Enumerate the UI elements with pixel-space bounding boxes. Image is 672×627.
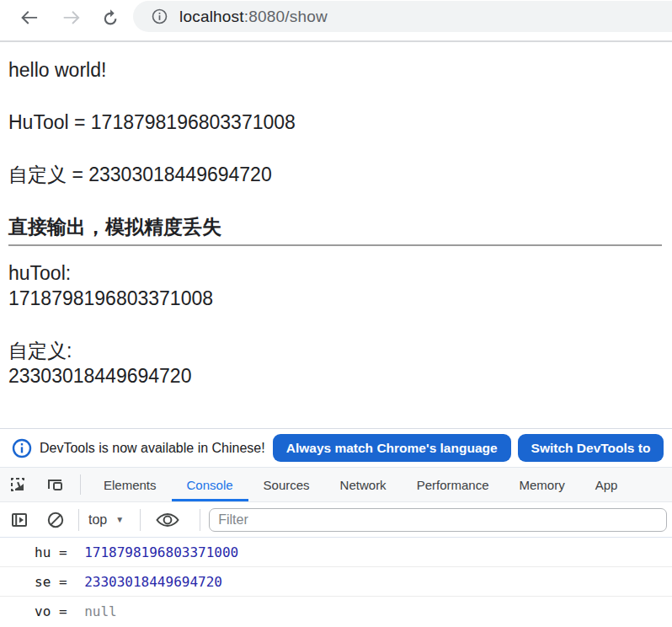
hutool-block-label: huTool: [8,262,71,284]
device-toolbar-icon[interactable] [45,474,65,495]
console-row[interactable]: vo = null [0,597,672,626]
address-bar[interactable]: localhost:8080/show [133,1,672,32]
console-filter-input[interactable] [209,508,667,532]
url-path: :8080/show [244,8,328,25]
custom-block-value: 23303018449694720 [8,365,191,387]
match-language-button[interactable]: Always match Chrome's language [273,434,511,462]
custom-block: 自定义:23303018449694720 [8,338,662,389]
page-content: hello world! HuTool = 171879819680337100… [0,42,672,428]
console-log-label: se = [35,574,75,590]
inspect-element-icon[interactable] [8,474,28,495]
tab-network[interactable]: Network [325,468,402,501]
console-log-label: hu = [35,544,75,560]
devtools-tabbar: Elements Console Sources Network Perform… [0,468,672,502]
tabbar-divider [80,474,81,495]
console-toolbar-divider [200,509,200,531]
console-log-label: vo = [35,603,75,619]
console-toolbar-divider [140,509,141,531]
tab-performance[interactable]: Performance [402,468,504,501]
url-host: localhost [179,8,244,25]
precision-heading: 直接输出，模拟精度丢失 [8,214,662,239]
clear-console-icon[interactable] [46,511,65,529]
console-toolbar: top ▼ [0,502,672,538]
divider [8,244,662,246]
browser-toolbar: localhost:8080/show [0,0,672,42]
infobar-message: DevTools is now available in Chinese! [40,441,265,456]
hutool-block: huTool:1718798196803371008 [8,260,662,311]
forward-icon[interactable] [61,7,83,29]
devtools-infobar: DevTools is now available in Chinese! Al… [0,429,672,468]
console-sidebar-toggle-icon[interactable] [10,511,29,529]
hutool-line: HuTool = 1718798196803371008 [8,110,662,135]
switch-devtools-button[interactable]: Switch DevTools to [518,434,664,462]
live-expression-eye-icon[interactable] [155,511,180,529]
console-messages: hu = 1718798196803371000 se = 2330301844… [0,538,672,626]
console-log-number-value: 23303018449694720 [84,574,222,590]
info-icon [12,438,32,458]
url-text[interactable]: localhost:8080/show [179,8,328,26]
tab-application[interactable]: App [580,468,633,501]
custom-line: 自定义 = 23303018449694720 [8,162,662,187]
console-toolbar-divider [78,509,79,531]
back-icon[interactable] [19,7,40,29]
custom-block-label: 自定义: [8,340,72,362]
tab-sources[interactable]: Sources [248,468,325,501]
devtools-panel: DevTools is now available in Chinese! Al… [0,428,672,626]
tab-console[interactable]: Console [172,468,248,501]
tab-elements[interactable]: Elements [88,468,172,501]
console-log-number-value: 1718798196803371000 [84,544,238,560]
reload-icon[interactable] [99,7,121,29]
console-log-null-value: null [84,603,117,619]
tab-memory[interactable]: Memory [504,468,580,501]
hutool-block-value: 1718798196803371008 [8,287,213,309]
console-row[interactable]: hu = 1718798196803371000 [0,538,672,567]
site-info-icon[interactable] [152,8,168,24]
context-selector-label: top [88,512,107,528]
hello-text: hello world! [8,57,662,83]
chevron-down-icon: ▼ [115,515,124,524]
console-row[interactable]: se = 23303018449694720 [0,567,672,597]
context-selector[interactable]: top ▼ [88,512,124,528]
